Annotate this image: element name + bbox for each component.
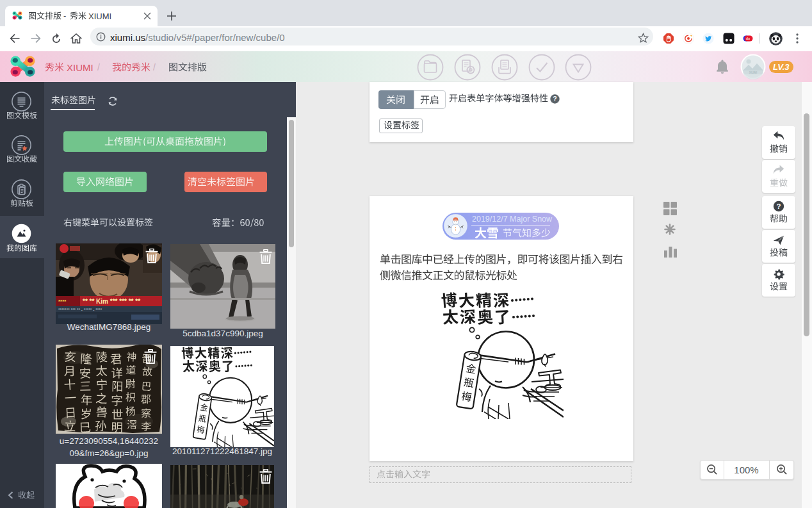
svg-text:?: ? bbox=[777, 202, 781, 210]
svg-text:XIUMI: XIUMI bbox=[749, 71, 758, 74]
svg-text:du: du bbox=[746, 37, 750, 40]
svg-text:******* *** ** - ***** - ****: ******* *** ** - ***** - **** bbox=[58, 307, 102, 312]
svg-text:?: ? bbox=[553, 95, 556, 102]
svg-text:****: **** bbox=[58, 299, 67, 304]
svg-text:** ** Kim *** *** ** **: ** ** Kim *** *** ** ** bbox=[83, 298, 140, 305]
